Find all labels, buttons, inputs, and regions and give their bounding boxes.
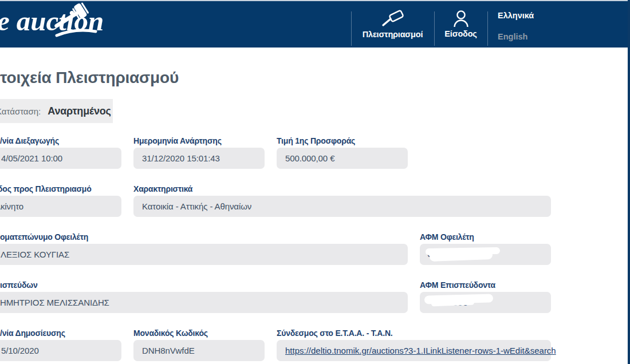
language-option-greek[interactable]: Ελληνικά: [498, 11, 534, 20]
redaction-smudge: [431, 300, 474, 307]
field-label-pursuer-name: ισπεύδων: [0, 280, 37, 290]
field-label-etaa-link: Σύνδεσμος στο Ε.Τ.Α.Α. - Τ.Α.Ν.: [277, 329, 393, 338]
header-top-line: [0, 0, 630, 1]
right-edge-strip: [628, 0, 630, 364]
redaction-smudge: [426, 247, 500, 255]
field-label-conduct-date: /νία Διεξαγωγής: [0, 136, 59, 145]
nav-auctions-label: Πλειστηριασμοί: [363, 30, 423, 39]
field-value-auction-type: Ακίνητο: [0, 196, 121, 217]
field-label-characteristics: Χαρακτηριστικά: [133, 184, 192, 193]
logo-e-letter: e: [0, 5, 10, 37]
field-value-posting-date: 31/12/2020 15:01:43: [133, 148, 265, 169]
nav-item-login[interactable]: Είσοδος: [434, 0, 487, 48]
nav-login-label: Είσοδος: [444, 29, 477, 38]
field-label-unique-code: Μοναδικός Κωδικός: [133, 329, 208, 338]
field-value-publication-date: 5/10/2020: [0, 340, 121, 361]
nav-item-auctions[interactable]: Πλειστηριασμοί: [351, 0, 434, 48]
field-value-pursuer-vat-redacted: υσο: [420, 292, 551, 313]
auction-details-page: eauction: [0, 0, 630, 364]
field-value-conduct-date: 4/05/2021 10:00: [0, 148, 121, 169]
field-label-posting-date: Ημερομηνία Ανάρτησης: [133, 136, 222, 145]
field-label-debtor-vat: ΑΦΜ Οφειλέτη: [420, 232, 474, 242]
nav-separator: [487, 11, 488, 46]
field-value-first-offer: 500.000,00 €: [277, 148, 408, 169]
field-label-debtor-name: οματεπώνυμο Οφειλέτη: [0, 232, 88, 242]
field-value-debtor-vat-redacted: 6: [420, 244, 551, 265]
field-label-first-offer: Τιμή 1ης Προσφοράς: [277, 136, 355, 145]
field-value-debtor-name: ΛΕΞΙΟΣ ΚΟΥΓΙΑΣ: [0, 244, 408, 265]
field-label-auction-type: δος προς Πλειστηριασμό: [0, 184, 92, 193]
language-option-english[interactable]: English: [498, 32, 527, 41]
field-label-publication-date: /νία Δημοσίευσης: [0, 329, 65, 338]
status-badge: Κατάσταση: Αναρτημένος: [0, 99, 113, 123]
field-value-unique-code: DNH8nVwfdE: [133, 340, 265, 361]
logo-gavel-icon: [48, 2, 103, 38]
field-value-etaa-link: https://deltio.tnomik.gr/auctions?3-1.IL…: [277, 340, 551, 361]
etaa-link[interactable]: https://deltio.tnomik.gr/auctions?3-1.IL…: [277, 346, 556, 355]
page-title: τοιχεία Πλειστηριασμού: [0, 68, 179, 88]
header: eauction: [0, 0, 630, 48]
field-value-characteristics: Κατοικία - Αττικής - Αθηναίων: [133, 196, 551, 217]
field-value-pursuer-name: ΔΗΜΗΤΡΙΟΣ ΜΕΛΙΣΣΑΝΙΔΗΣ: [0, 292, 408, 313]
gavel-icon: [380, 10, 406, 28]
field-label-pursuer-vat: ΑΦΜ Επισπεύδοντα: [420, 280, 495, 290]
status-label: Κατάσταση:: [0, 106, 41, 116]
status-value: Αναρτημένος: [48, 105, 111, 117]
person-icon: [452, 10, 470, 27]
eauction-logo[interactable]: eauction: [0, 7, 104, 35]
